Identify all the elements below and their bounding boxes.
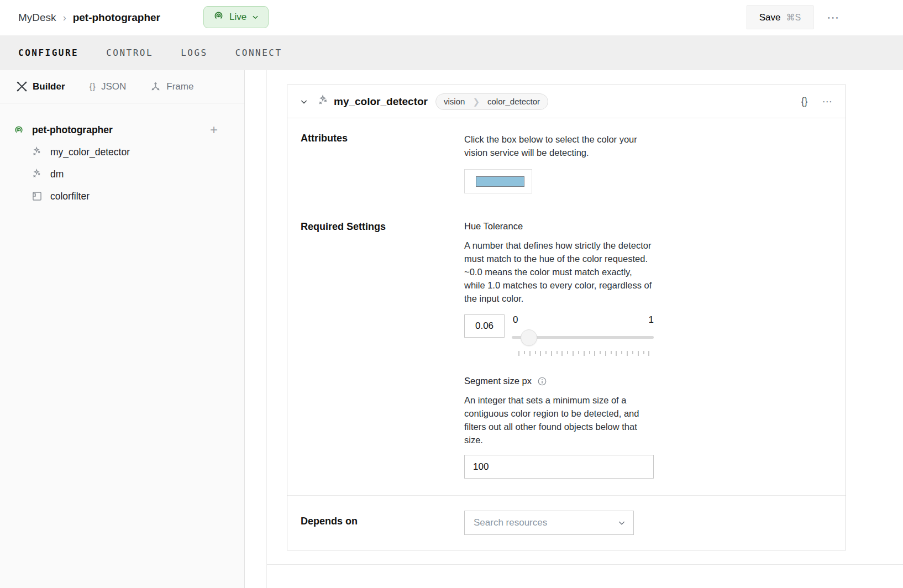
required-settings-section: Required Settings Hue Tolerance A number… xyxy=(287,193,846,479)
chevron-down-icon xyxy=(300,97,308,106)
view-tab-frame[interactable]: Frame xyxy=(150,81,193,92)
hue-tolerance-label: Hue Tolerance xyxy=(464,221,655,232)
hue-tolerance-input[interactable] xyxy=(464,314,505,338)
depends-on-section: Depends on xyxy=(287,495,846,550)
sidebar-view-tabs: Builder {} JSON Frame xyxy=(0,70,244,103)
config-sidebar: Builder {} JSON Frame pet-photographer + xyxy=(0,70,245,588)
info-icon[interactable] xyxy=(537,376,547,386)
service-sparkle-icon xyxy=(317,95,329,109)
add-resource-button[interactable]: + xyxy=(210,123,218,136)
tab-configure[interactable]: CONFIGURE xyxy=(18,48,78,58)
content-bottom-divider xyxy=(267,564,903,565)
hue-tolerance-description: A number that defines how strictly the d… xyxy=(464,239,655,305)
selected-color-swatch xyxy=(476,176,524,187)
depends-on-label: Depends on xyxy=(301,511,464,527)
card-title: my_color_detector xyxy=(334,96,428,108)
view-tab-builder[interactable]: Builder xyxy=(17,81,65,92)
breadcrumb: MyDesk › pet-photographer xyxy=(18,0,160,35)
breadcrumb-machine-name: pet-photographer xyxy=(73,12,160,24)
required-settings-label: Required Settings xyxy=(301,221,464,479)
tools-icon xyxy=(17,81,27,92)
tree-machine-name: pet-photographer xyxy=(32,124,202,136)
tab-control[interactable]: CONTROL xyxy=(106,48,153,58)
resource-type-pill: vision ❯ color_detector xyxy=(435,93,548,110)
chevron-down-icon xyxy=(251,13,259,21)
broadcast-icon xyxy=(213,10,224,24)
resource-api-label: vision xyxy=(436,94,473,109)
tree-machine-row[interactable]: pet-photographer + xyxy=(0,119,244,141)
depends-on-search-input[interactable] xyxy=(464,511,634,535)
segment-size-description: An integer that sets a minimum size of a… xyxy=(464,393,655,447)
tab-connect[interactable]: CONNECT xyxy=(235,48,282,58)
segment-size-label: Segment size px xyxy=(464,376,532,386)
slider-max-label: 1 xyxy=(649,314,654,326)
breadcrumb-root[interactable]: MyDesk xyxy=(18,12,56,24)
resource-model-label: color_detector xyxy=(480,94,548,109)
component-icon xyxy=(32,191,43,202)
view-json-button[interactable]: {} xyxy=(801,96,807,107)
save-label: Save xyxy=(759,12,781,23)
tree-item-colorfilter[interactable]: colorfilter xyxy=(0,185,244,207)
tree-item-label: my_color_detector xyxy=(50,146,130,158)
hue-tolerance-control: 0 1 xyxy=(464,314,655,356)
braces-icon: {} xyxy=(90,81,96,92)
segment-size-input[interactable] xyxy=(464,455,654,479)
save-shortcut: ⌘S xyxy=(786,12,801,23)
slider-min-label: 0 xyxy=(513,314,518,326)
top-header: MyDesk › pet-photographer Live Save ⌘S ⋯ xyxy=(0,0,903,35)
collapse-card-button[interactable] xyxy=(300,97,314,106)
card-more-menu-button[interactable]: ⋯ xyxy=(822,95,834,108)
segment-size-block: Segment size px An integer that sets a m… xyxy=(464,376,655,479)
view-tab-frame-label: Frame xyxy=(166,81,193,92)
tree-item-dm[interactable]: dm xyxy=(0,163,244,185)
slider-thumb[interactable] xyxy=(521,329,537,346)
view-tab-builder-label: Builder xyxy=(33,81,65,92)
machine-live-icon xyxy=(13,124,24,135)
attributes-section-label: Attributes xyxy=(301,133,464,193)
resource-tree: pet-photographer + my_color_detector dm xyxy=(0,103,244,207)
attributes-description: Click the box below to select the color … xyxy=(464,133,655,159)
card-header-actions: {} ⋯ xyxy=(801,95,833,108)
card-header: my_color_detector vision ❯ color_detecto… xyxy=(287,85,846,118)
slider-tick-marks xyxy=(518,351,654,356)
service-sparkle-icon xyxy=(32,146,43,158)
tree-item-label: dm xyxy=(50,169,64,180)
hue-tolerance-slider: 0 1 xyxy=(512,314,654,356)
content-pane-divider xyxy=(266,70,267,588)
tab-logs[interactable]: LOGS xyxy=(181,48,208,58)
view-tab-json[interactable]: {} JSON xyxy=(90,81,127,92)
main-tabbar: CONFIGURE CONTROL LOGS CONNECT xyxy=(0,35,903,70)
service-sparkle-icon xyxy=(32,169,43,180)
tree-item-my-color-detector[interactable]: my_color_detector xyxy=(0,141,244,163)
attributes-section: Attributes Click the box below to select… xyxy=(287,118,846,193)
tree-item-label: colorfilter xyxy=(50,191,90,202)
pill-separator-icon: ❯ xyxy=(473,96,480,106)
header-more-menu-button[interactable]: ⋯ xyxy=(823,9,843,27)
breadcrumb-separator-icon: › xyxy=(63,12,66,24)
color-picker-button[interactable] xyxy=(464,169,532,193)
live-label: Live xyxy=(229,12,246,23)
view-tab-json-label: JSON xyxy=(101,81,126,92)
depends-on-select xyxy=(464,511,634,535)
resource-card-my-color-detector: my_color_detector vision ❯ color_detecto… xyxy=(287,85,846,550)
frame-axes-icon xyxy=(150,81,161,92)
live-status-button[interactable]: Live xyxy=(203,6,269,28)
save-button[interactable]: Save ⌘S xyxy=(747,6,813,29)
